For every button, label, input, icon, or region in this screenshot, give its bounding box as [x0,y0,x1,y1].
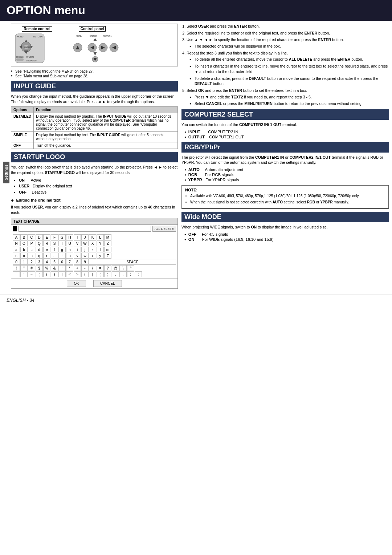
char-pipe[interactable]: | [58,271,66,277]
char-w[interactable]: w [81,253,89,259]
char-J[interactable]: J [81,234,89,240]
char-G[interactable]: G [58,234,66,240]
char-g[interactable]: g [58,247,66,252]
char-pipe2[interactable]: | [89,271,96,277]
char-T[interactable]: T [58,240,66,246]
char-d[interactable]: d [36,247,43,252]
char-U[interactable]: U [66,240,73,246]
char-E[interactable]: E [43,234,50,240]
char-minus[interactable]: - [81,265,89,271]
char-caret[interactable]: ^ [127,265,134,271]
char-V[interactable]: V [74,240,81,246]
char-1[interactable]: 1 [20,259,28,265]
cancel-button[interactable]: CANCEL [93,280,122,287]
char-0[interactable]: 0 [13,259,20,265]
char-C[interactable]: C [28,234,35,240]
char-O[interactable]: O [20,240,28,246]
char-backslash[interactable]: \ [119,265,127,271]
char-X[interactable]: X [89,240,96,246]
char-comma[interactable]: , [112,271,119,277]
char-gt[interactable]: > [74,271,81,277]
char-@[interactable]: @ [112,265,119,271]
char-3[interactable]: 3 [36,259,43,265]
char-B[interactable]: B [20,234,28,240]
char-h[interactable]: h [66,247,73,252]
char-z2[interactable]: Z [104,253,111,259]
char-A[interactable]: A [13,234,20,240]
char-rparen[interactable]: ) [51,271,58,277]
char-b[interactable]: b [20,247,28,252]
char-![interactable]: ! [13,265,20,271]
char-%[interactable]: % [43,265,50,271]
char-H[interactable]: H [66,234,73,240]
char-p[interactable]: p [28,253,35,259]
char-a[interactable]: a [13,247,20,252]
char-S[interactable]: S [51,240,58,246]
char-#[interactable]: # [28,265,35,271]
char-4[interactable]: 4 [43,259,50,265]
char-K[interactable]: K [89,234,96,240]
char-apos[interactable]: ' [58,265,66,271]
char-colon[interactable]: : [127,271,134,277]
char-lparen1[interactable]: ( [36,271,43,277]
char-rsq[interactable]: ' [20,271,28,277]
char-f[interactable]: f [51,247,58,252]
char-k[interactable]: k [89,247,96,252]
char-I[interactable]: I [74,234,81,240]
char-"[interactable]: " [20,265,28,271]
char-L[interactable]: L [97,234,104,240]
char-lparen3[interactable]: ( [81,271,89,277]
char-l[interactable]: l [97,247,104,252]
char-t[interactable]: t [58,253,66,259]
char-y[interactable]: y [97,253,104,259]
char-Q[interactable]: Q [36,240,43,246]
char-space[interactable]: SPACE [89,259,176,265]
dialog-input-box[interactable] [19,226,151,232]
char-$[interactable]: $ [36,265,43,271]
char-semicolon[interactable]: ; [135,271,142,277]
char-2[interactable]: 2 [28,259,35,265]
char-slash[interactable]: / [89,265,96,271]
char-period[interactable]: . [119,271,127,277]
char-W[interactable]: W [81,240,89,246]
char-v[interactable]: v [74,253,81,259]
char-e[interactable]: e [43,247,50,252]
char-backtick[interactable]: ` [13,271,20,277]
char-rparen2[interactable]: ) [104,271,111,277]
char-N[interactable]: N [13,240,20,246]
char-lparen4[interactable]: ( [97,271,104,277]
all-delete-button[interactable]: ALL DELETE [152,226,176,232]
char-r[interactable]: r [43,253,50,259]
char-j[interactable]: j [81,247,89,252]
char-plus[interactable]: + [74,265,81,271]
char-M[interactable]: M [104,234,111,240]
char-P[interactable]: P [28,240,35,246]
char-?[interactable]: ? [104,265,111,271]
char-tilde[interactable]: ~ [28,271,35,277]
char-D[interactable]: D [36,234,43,240]
char-s[interactable]: s [51,253,58,259]
char-lparen2[interactable]: ( [43,271,50,277]
char-q[interactable]: q [36,253,43,259]
char-*[interactable]: * [66,265,73,271]
char-o[interactable]: o [20,253,28,259]
char-n[interactable]: n [13,253,20,259]
char-5[interactable]: 5 [51,259,58,265]
char-lt[interactable]: < [66,271,73,277]
char-F[interactable]: F [51,234,58,240]
char-m[interactable]: m [104,247,111,252]
char-R[interactable]: R [43,240,50,246]
char-&[interactable]: & [51,265,58,271]
char-Y[interactable]: Y [97,240,104,246]
char-6[interactable]: 6 [58,259,66,265]
char-i[interactable]: i [74,247,81,252]
char-u[interactable]: u [66,253,73,259]
ok-button[interactable]: OK [67,280,86,287]
char-9[interactable]: 9 [81,259,89,265]
char-x[interactable]: x [89,253,96,259]
char-8[interactable]: 8 [74,259,81,265]
char-7[interactable]: 7 [66,259,73,265]
char-c[interactable]: c [28,247,35,252]
char-Z[interactable]: Z [104,240,111,246]
char-eq[interactable]: = [97,265,104,271]
